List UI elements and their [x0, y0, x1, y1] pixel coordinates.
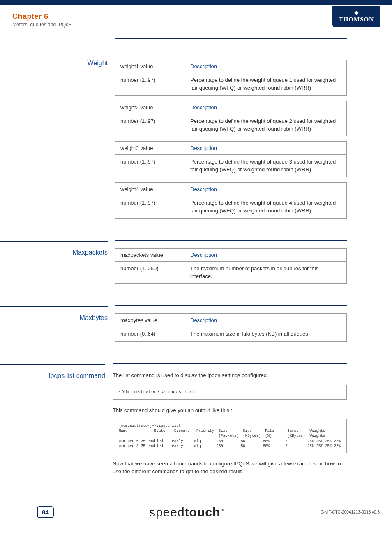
brand-name: THOMSON: [339, 16, 374, 23]
section-ipqos: Ipqos list command The list command is u…: [0, 363, 347, 481]
section-body-ipqos: The list command is used to display the …: [113, 363, 347, 481]
th-maxpackets-value: maxpackets value: [115, 248, 185, 261]
td-weight2-value: number (1..97): [115, 114, 185, 136]
td-weight1-desc: Percentage to define the weight of queue…: [185, 73, 347, 96]
td-weight4-desc: Percentage to define the weight of queue…: [185, 196, 347, 219]
th-weight1-value: weight1 value: [115, 60, 185, 73]
section-maxpackets: Maxpackets maxpackets valueDescription n…: [0, 240, 347, 289]
page-header: Chapter 6 Meters, queues and IPQoS ◆ THO…: [0, 5, 392, 38]
th-description: Description: [185, 101, 347, 114]
th-description: Description: [185, 248, 347, 261]
th-description: Description: [185, 183, 347, 196]
ipqos-after-code: This command should give you an output l…: [113, 406, 347, 415]
td-weight3-value: number (1..97): [115, 155, 185, 177]
section-body-weight: weight1 valueDescription number (1..97)P…: [115, 60, 347, 223]
table-maxpackets: maxpackets valueDescription number (1..2…: [115, 248, 347, 284]
code-block-output: {Administrator}=>:ipqos list Name State …: [113, 419, 347, 453]
brand-icon: ◆: [339, 10, 374, 16]
table-weight3: weight3 valueDescription number (1..97)P…: [115, 141, 347, 177]
chapter-subtitle: Meters, queues and IPQoS: [12, 22, 380, 28]
th-maxbytes-value: maxbytes value: [115, 314, 185, 327]
td-weight1-value: number (1..97): [115, 73, 185, 96]
maxbytes-label: Maxbytes: [80, 314, 108, 321]
section-title-weight: Weight: [0, 60, 115, 223]
th-description: Description: [185, 314, 347, 327]
brand-badge: ◆ THOMSON: [332, 6, 380, 27]
trademark-icon: ™: [220, 508, 225, 513]
page-content: Weight weight1 valueDescription number (…: [0, 39, 392, 497]
th-description: Description: [185, 60, 347, 73]
page-footer: 84 speedtouch™ E-NIT-CTC-20041213-0013 v…: [0, 497, 392, 536]
td-weight3-desc: Percentage to define the weight of queue…: [185, 155, 347, 177]
top-bar: [0, 0, 392, 5]
section-title-maxbytes: Maxbytes: [0, 305, 115, 347]
brand-touch: touch: [185, 505, 221, 519]
table-weight1: weight1 valueDescription number (1..97)P…: [115, 60, 347, 96]
th-weight2-value: weight2 value: [115, 101, 185, 114]
table-weight2: weight2 valueDescription number (1..97)P…: [115, 101, 347, 137]
td-maxpackets-value: number (1..250): [115, 261, 185, 284]
table-weight4: weight4 valueDescription number (1..97)P…: [115, 182, 347, 219]
section-maxbytes: Maxbytes maxbytes valueDescription numbe…: [0, 305, 347, 347]
footer-brand: speedtouch™: [54, 505, 321, 519]
section-title-maxpackets: Maxpackets: [0, 240, 115, 289]
section-body-maxbytes: maxbytes valueDescription number (0..64)…: [115, 305, 347, 347]
section-body-maxpackets: maxpackets valueDescription number (1..2…: [115, 240, 347, 289]
brand-speed: speed: [149, 505, 185, 519]
maxpackets-label: Maxpackets: [73, 249, 108, 256]
td-weight2-desc: Percentage to define the weight of queue…: [185, 114, 347, 136]
ipqos-intro: The list command is used to display the …: [113, 371, 347, 380]
th-weight3-value: weight3 value: [115, 142, 185, 155]
code-block-command: {Administrator}=>:ipqos list: [113, 385, 347, 400]
ipqos-label: Ipqos list command: [48, 372, 105, 379]
section-title-ipqos: Ipqos list command: [0, 363, 113, 481]
th-description: Description: [185, 142, 347, 155]
td-maxbytes-value: number (0..64): [115, 327, 185, 342]
chapter-title: Chapter 6: [12, 12, 380, 21]
td-maxbytes-desc: The maximum size in kilo bytes (KB) in a…: [185, 327, 347, 342]
td-maxpackets-desc: The maximum number of packets in all que…: [185, 261, 347, 284]
table-maxbytes: maxbytes valueDescription number (0..64)…: [115, 313, 347, 342]
page-number: 84: [37, 506, 54, 518]
th-weight4-value: weight4 value: [115, 183, 185, 196]
ipqos-outro: Now that we have seen all commands to co…: [113, 460, 347, 476]
section-weight: Weight weight1 valueDescription number (…: [0, 60, 347, 223]
doc-id: E-NIT-CTC-20041213-0013 v0.5: [320, 510, 380, 514]
td-weight4-value: number (1..97): [115, 196, 185, 219]
